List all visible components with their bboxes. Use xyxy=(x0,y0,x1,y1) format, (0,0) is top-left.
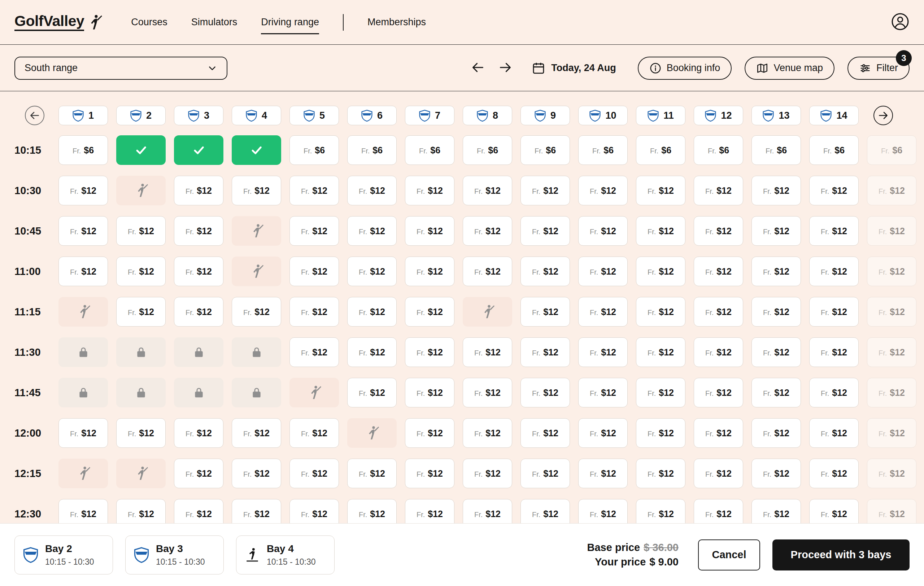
slot-available[interactable]: Fr.$12 xyxy=(520,257,570,286)
date-picker[interactable]: Today, 24 Aug xyxy=(532,61,616,75)
range-selector[interactable]: South range xyxy=(15,57,228,80)
nav-memberships[interactable]: Memberships xyxy=(368,16,426,28)
bay-header-5[interactable]: 5 xyxy=(289,106,339,125)
slot-available[interactable]: Fr.$12 xyxy=(463,418,512,448)
slot-available[interactable]: Fr.$12 xyxy=(405,418,454,448)
bay-header-7[interactable]: 7 xyxy=(405,106,454,125)
slot-available[interactable]: Fr.$12 xyxy=(636,459,685,488)
slot-available[interactable]: Fr.$12 xyxy=(58,257,108,286)
bay-header-10[interactable]: 10 xyxy=(578,106,628,125)
prev-day-button[interactable] xyxy=(469,58,487,78)
slot-available[interactable]: Fr.$12 xyxy=(347,257,397,286)
slot-available[interactable]: Fr.$12 xyxy=(809,216,859,246)
bay-header-4[interactable]: 4 xyxy=(232,106,281,125)
slot-available[interactable]: Fr.$12 xyxy=(578,257,628,286)
slot-available[interactable]: Fr.$12 xyxy=(694,257,743,286)
slot-available[interactable]: Fr.$12 xyxy=(694,216,743,246)
venue-map-button[interactable]: Venue map xyxy=(745,57,835,80)
scroll-bays-left-button[interactable] xyxy=(25,106,45,125)
bay-header-11[interactable]: 11 xyxy=(636,106,685,125)
slot-available[interactable]: Fr.$12 xyxy=(405,459,454,488)
slot-available[interactable]: Fr.$12 xyxy=(463,378,512,407)
slot-available[interactable]: Fr.$12 xyxy=(463,257,512,286)
slot-available[interactable]: Fr.$6 xyxy=(463,135,512,165)
slot-available[interactable]: Fr.$12 xyxy=(289,337,339,367)
slot-available[interactable]: Fr.$12 xyxy=(636,257,685,286)
slot-available[interactable]: Fr.$12 xyxy=(347,459,397,488)
bay-header-14[interactable]: 14 xyxy=(809,106,859,125)
slot-available[interactable]: Fr.$12 xyxy=(809,176,859,205)
slot-available[interactable]: Fr.$6 xyxy=(289,135,339,165)
slot-available[interactable]: Fr.$12 xyxy=(751,257,801,286)
slot-available[interactable]: Fr.$12 xyxy=(174,176,223,205)
slot-available[interactable]: Fr.$12 xyxy=(405,297,454,327)
slot-available[interactable]: Fr.$12 xyxy=(520,176,570,205)
slot-available[interactable]: Fr.$12 xyxy=(578,418,628,448)
bay-header-9[interactable]: 9 xyxy=(520,106,570,125)
slot-available[interactable]: Fr.$12 xyxy=(636,378,685,407)
selected-bay-card[interactable]: Bay 310:15 - 10:30 xyxy=(125,535,224,574)
slot-available[interactable]: Fr.$12 xyxy=(694,378,743,407)
slot-available[interactable]: Fr.$12 xyxy=(347,216,397,246)
slot-available[interactable]: Fr.$12 xyxy=(174,297,223,327)
slot-available[interactable]: Fr.$12 xyxy=(694,418,743,448)
slot-available[interactable]: Fr.$12 xyxy=(289,297,339,327)
slot-available[interactable]: Fr.$12 xyxy=(116,418,166,448)
slot-available[interactable]: Fr.$12 xyxy=(289,176,339,205)
slot-available[interactable]: Fr.$12 xyxy=(751,176,801,205)
nav-driving-range[interactable]: Driving range xyxy=(261,16,319,28)
nav-courses[interactable]: Courses xyxy=(131,16,167,28)
slot-available[interactable]: Fr.$12 xyxy=(405,216,454,246)
bay-header-1[interactable]: 1 xyxy=(58,106,108,125)
next-day-button[interactable] xyxy=(496,58,514,78)
slot-available[interactable]: Fr.$12 xyxy=(578,337,628,367)
filter-button[interactable]: Filter 3 xyxy=(848,57,909,80)
slot-available[interactable]: Fr.$12 xyxy=(751,297,801,327)
slot-available[interactable]: Fr.$12 xyxy=(174,418,223,448)
selected-bay-card[interactable]: Bay 410:15 - 10:30 xyxy=(236,535,335,574)
slot-available[interactable]: Fr.$12 xyxy=(578,378,628,407)
slot-available[interactable]: Fr.$6 xyxy=(520,135,570,165)
slot-available[interactable]: Fr.$12 xyxy=(174,216,223,246)
slot-available[interactable]: Fr.$12 xyxy=(751,459,801,488)
slot-available[interactable]: Fr.$12 xyxy=(636,337,685,367)
slot-available[interactable]: Fr.$12 xyxy=(636,216,685,246)
slot-available[interactable]: Fr.$12 xyxy=(347,176,397,205)
slot-available[interactable]: Fr.$12 xyxy=(347,378,397,407)
slot-available[interactable]: Fr.$12 xyxy=(694,337,743,367)
slot-available[interactable]: Fr.$12 xyxy=(636,297,685,327)
slot-available[interactable]: Fr.$12 xyxy=(578,216,628,246)
slot-available[interactable]: Fr.$12 xyxy=(347,297,397,327)
slot-available[interactable]: Fr.$12 xyxy=(636,418,685,448)
slot-available[interactable]: Fr.$12 xyxy=(232,418,281,448)
slot-available[interactable]: Fr.$12 xyxy=(405,257,454,286)
bay-header-12[interactable]: 12 xyxy=(694,106,743,125)
slot-available[interactable]: Fr.$12 xyxy=(405,378,454,407)
slot-available[interactable]: Fr.$12 xyxy=(694,297,743,327)
slot-available[interactable]: Fr.$12 xyxy=(578,297,628,327)
slot-available[interactable]: Fr.$6 xyxy=(694,135,743,165)
slot-available[interactable]: Fr.$12 xyxy=(809,378,859,407)
slot-available[interactable]: Fr.$12 xyxy=(289,459,339,488)
slot-available[interactable]: Fr.$12 xyxy=(694,176,743,205)
cancel-button[interactable]: Cancel xyxy=(698,540,760,571)
slot-available[interactable]: Fr.$12 xyxy=(578,176,628,205)
slot-available[interactable]: Fr.$12 xyxy=(116,216,166,246)
nav-simulators[interactable]: Simulators xyxy=(191,16,238,28)
account-button[interactable] xyxy=(891,12,909,33)
slot-available[interactable]: Fr.$12 xyxy=(405,337,454,367)
slot-available[interactable]: Fr.$12 xyxy=(289,418,339,448)
slot-available[interactable]: Fr.$12 xyxy=(289,257,339,286)
slot-available[interactable]: Fr.$6 xyxy=(809,135,859,165)
scroll-bays-right-button[interactable] xyxy=(873,106,893,125)
slot-available[interactable]: Fr.$12 xyxy=(463,459,512,488)
slot-available[interactable]: Fr.$12 xyxy=(232,176,281,205)
bay-header-13[interactable]: 13 xyxy=(751,106,801,125)
slot-selected[interactable] xyxy=(116,135,166,165)
slot-available[interactable]: Fr.$12 xyxy=(636,176,685,205)
slot-available[interactable]: Fr.$12 xyxy=(520,378,570,407)
slot-available[interactable]: Fr.$12 xyxy=(751,418,801,448)
slot-available[interactable]: Fr.$6 xyxy=(578,135,628,165)
slot-selected[interactable] xyxy=(174,135,223,165)
slot-available[interactable]: Fr.$12 xyxy=(347,337,397,367)
